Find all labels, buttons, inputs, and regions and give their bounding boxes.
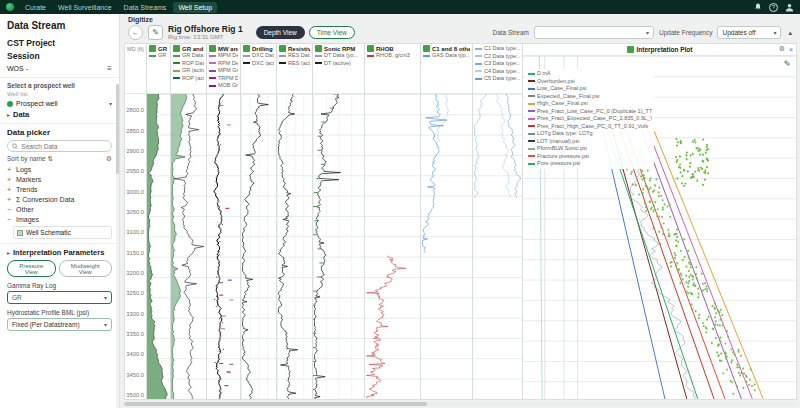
nav-item-well-setup[interactable]: Well Setup	[173, 2, 217, 13]
horizontal-scrollbar[interactable]	[124, 402, 797, 406]
legend-item[interactable]: MOB Gra...	[209, 82, 238, 90]
legend-item[interactable]: C4 Data type:...	[475, 68, 520, 76]
gamma-ray-select[interactable]: GR▾	[7, 291, 112, 304]
legend-item[interactable]: DXC (active)	[243, 60, 274, 68]
view-pill-pressure-view[interactable]: Pressure View	[7, 260, 56, 277]
track-plot[interactable]	[473, 94, 522, 399]
track-header: GR and 1 otherGR Data (y...ROP Data (...…	[171, 44, 206, 94]
legend-swatch	[528, 80, 535, 82]
data-group-markers[interactable]: +Markers	[7, 176, 112, 183]
legend-item[interactable]: RES (active)	[279, 60, 310, 68]
legend-item[interactable]: ROP (activ...	[173, 75, 204, 83]
well-schematic-item[interactable]: Well Schematic	[13, 226, 112, 239]
interpretation-params-toggle[interactable]: ▸ Interpretation Parameters	[7, 248, 112, 257]
menu-icon[interactable]: ≡	[107, 64, 112, 73]
legend-item[interactable]: Fracture pressure.psi	[528, 153, 652, 161]
track-plot[interactable]	[277, 94, 312, 399]
edit-plot-button[interactable]: ✎	[783, 59, 791, 69]
legend-item[interactable]: TRPM D...	[209, 75, 238, 83]
collapse-icon[interactable]: −	[7, 206, 13, 213]
data-group-logs[interactable]: +Logs	[7, 166, 112, 173]
legend-item[interactable]: GR Data (y...	[173, 52, 204, 60]
data-group-trends[interactable]: +Trends	[7, 186, 112, 193]
legend-item[interactable]: D mA	[528, 70, 652, 78]
view-toggle-time-view[interactable]: Time View	[309, 26, 355, 39]
legend-swatch	[528, 110, 535, 112]
legend-item[interactable]: RPM Den...	[209, 60, 238, 68]
view-toggle-depth-view[interactable]: Depth View	[256, 26, 305, 39]
data-section-toggle[interactable]: ▸ Data	[7, 110, 112, 119]
search-input[interactable]	[21, 143, 107, 150]
legend-item[interactable]: MPM Den...	[209, 52, 238, 60]
notifications-bell-icon[interactable]	[753, 3, 762, 12]
legend-item[interactable]: RES Data (y...	[279, 52, 310, 60]
track-plot[interactable]	[171, 94, 206, 399]
track-plot[interactable]	[241, 94, 276, 399]
update-frequency-select[interactable]: Updates off▾	[717, 26, 781, 39]
legend-item[interactable]: DXC Data (y...	[243, 52, 274, 60]
legend-item[interactable]: Expected_Case_Final.psi	[528, 93, 652, 101]
legend-item[interactable]: Pres_Fract_Expected_Case_PC_2.835_0.9L_V…	[528, 115, 652, 123]
sidebar-scrollbar[interactable]	[116, 84, 119, 408]
legend-item[interactable]: LOTg Data type: LOTg	[528, 130, 652, 138]
datastream-select[interactable]: ▾	[534, 26, 654, 39]
nav-item-data-streams[interactable]: Data Streams	[119, 2, 172, 13]
track-plot[interactable]	[147, 94, 170, 399]
legend-item[interactable]: PformBLW Sonic.psi	[528, 145, 652, 153]
track-plot[interactable]	[421, 94, 472, 399]
rig-name: Rig Offshore Rig 1	[168, 25, 243, 34]
data-picker-title: Data picker	[7, 128, 112, 137]
datastream-label: Data Stream	[493, 29, 530, 36]
legend-item[interactable]: DT (active)	[315, 60, 362, 68]
interpretation-plot-area[interactable]: D mAOverburden.psiLow_Case_Final.psiExpe…	[523, 56, 796, 399]
gear-icon[interactable]: ⚙	[779, 45, 785, 53]
track-plot[interactable]	[365, 94, 420, 399]
legend-item[interactable]: Pore pressure.psi	[528, 160, 652, 168]
help-icon[interactable]: ?	[769, 3, 778, 12]
chevron-down-icon: ▾	[773, 29, 776, 36]
legend-swatch	[209, 85, 216, 87]
session-label: Session	[7, 51, 112, 61]
legend-item[interactable]: LOT (manual).psi	[528, 138, 652, 146]
legend-item[interactable]: GAS Data typ...	[423, 52, 470, 60]
legend-item[interactable]: RHOB, g/cm3	[367, 52, 418, 60]
legend-item[interactable]: Overburden.psi	[528, 78, 652, 86]
legend-item[interactable]: C3 Data type:...	[475, 60, 520, 68]
legend-item[interactable]: Pres_Fract_High_Case_PC_0_TT_0.91_Vols	[528, 123, 652, 131]
collapse-panel-icon[interactable]: ▴	[788, 29, 792, 37]
nav-item-curate[interactable]: Curate	[20, 2, 51, 13]
sort-label[interactable]: Sort by name ⇅	[7, 155, 53, 163]
data-group-conversion-data[interactable]: +Σ Conversion Data	[7, 196, 112, 203]
expand-icon[interactable]: +	[7, 176, 13, 183]
expand-icon[interactable]: +	[7, 196, 13, 203]
search-box[interactable]	[7, 140, 112, 152]
collapse-icon[interactable]: −	[7, 216, 13, 223]
hydro-select[interactable]: Fixed (Per Datastream)▾	[7, 318, 112, 331]
legend-item[interactable]: Low_Case_Final.psi	[528, 85, 652, 93]
track-plot[interactable]	[313, 94, 364, 399]
edit-button[interactable]: ✎	[148, 25, 163, 40]
nav-item-well-surveillance[interactable]: Well Surveillance	[53, 2, 117, 13]
depth-label: 3250.0	[126, 290, 144, 296]
legend-item[interactable]: C2 Data type:...	[475, 53, 520, 61]
expand-icon[interactable]: +	[7, 186, 13, 193]
back-button[interactable]: ←	[128, 25, 143, 40]
close-icon[interactable]: ×	[789, 46, 793, 53]
legend-item[interactable]: MPM Gra...	[209, 67, 238, 75]
legend-item[interactable]: DT Data (yo...	[315, 52, 362, 60]
data-group-other[interactable]: −Other	[7, 206, 112, 213]
user-avatar-icon[interactable]	[785, 3, 794, 12]
track-plot[interactable]	[207, 94, 240, 399]
data-group-images[interactable]: −Images	[7, 216, 112, 223]
legend-item[interactable]: High_Case_Final.psi	[528, 100, 652, 108]
legend-item[interactable]: ROP Data (...	[173, 60, 204, 68]
gear-icon[interactable]: ⚙	[106, 155, 112, 163]
prospect-well-select[interactable]: Prospect well ▾	[7, 100, 112, 107]
legend-item[interactable]: GR (API)	[149, 52, 168, 60]
view-pill-mudweight-view[interactable]: Mudweight View	[59, 260, 113, 277]
legend-item[interactable]: C1 Data type:...	[475, 45, 520, 53]
legend-item[interactable]: C5 Data type:...	[475, 75, 520, 83]
legend-item[interactable]: GR (active)	[173, 67, 204, 75]
expand-icon[interactable]: +	[7, 166, 13, 173]
legend-item[interactable]: Pres_Fract_Low_Case_PC_0 (Duplicate 1)_T…	[528, 108, 652, 116]
